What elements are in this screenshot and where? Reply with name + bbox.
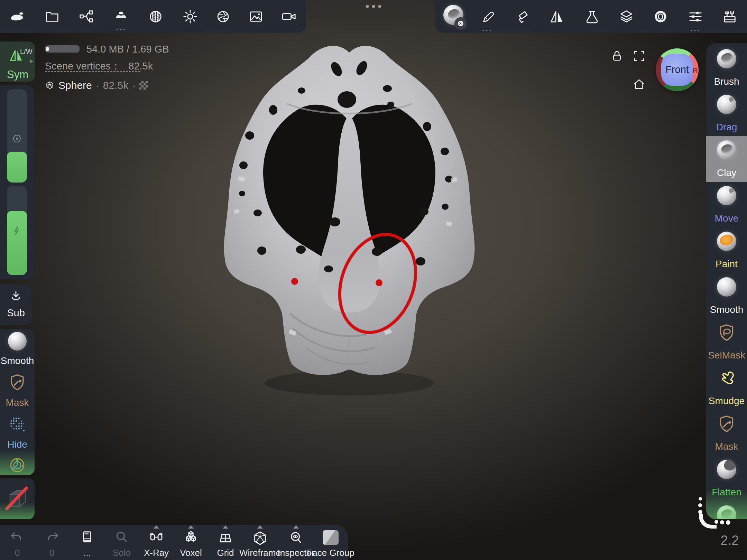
pen-more-dots[interactable]: ... (476, 26, 498, 29)
background-image-icon[interactable] (245, 6, 267, 28)
toolbox-icon[interactable] (719, 6, 741, 28)
strength-slider[interactable] (7, 186, 27, 275)
grid-button[interactable]: Grid (208, 525, 243, 560)
tool-mask[interactable]: Mask (706, 410, 747, 456)
checker-icon (139, 81, 148, 90)
settings-gear-icon[interactable] (649, 6, 672, 28)
postprocess-aperture-icon[interactable] (212, 6, 234, 28)
camera-icon[interactable] (278, 6, 300, 28)
material-sphere-icon[interactable] (145, 6, 167, 28)
separator-dashed (45, 71, 140, 72)
material-gear-badge-icon[interactable] (454, 17, 467, 30)
grid-icon (218, 530, 233, 546)
left-tool-hide[interactable]: Hide (0, 413, 35, 455)
app-version: 2.2 (716, 533, 744, 548)
history-button[interactable]: ... (70, 525, 104, 560)
shield-lasso-icon (717, 323, 736, 342)
paint-roller-icon[interactable] (511, 6, 533, 28)
radius-slider-fill (7, 152, 27, 183)
lighting-sun-icon[interactable] (179, 6, 201, 28)
view-gizmo-front-face[interactable]: Front (661, 54, 693, 86)
left-tool-mask[interactable]: Mask (0, 371, 35, 413)
shield-brush-icon (717, 414, 736, 433)
history-more: ... (83, 548, 91, 558)
settings-toolbar: ... ... (435, 0, 747, 33)
stroke-sliders-panel (0, 85, 34, 279)
display-toolbar: 0 0 ... Solo X-Ray (0, 525, 348, 560)
subdivide-arrow-icon (8, 289, 24, 305)
redo-icon (44, 530, 60, 545)
xray-button[interactable]: X-Ray (139, 525, 174, 560)
face-group-swatch-icon (323, 530, 339, 545)
symmetry-plane-label: L/W (20, 48, 33, 56)
strength-lightning-icon (11, 225, 23, 236)
inspector-expand-arrow[interactable] (293, 525, 299, 529)
wireframe-expand-arrow[interactable] (257, 525, 263, 529)
memory-bar (45, 45, 80, 53)
fullscreen-icon[interactable] (628, 45, 650, 67)
grid-expand-arrow[interactable] (223, 525, 228, 529)
wireframe-button[interactable]: Wireframe (243, 525, 277, 560)
symmetry-toggle[interactable]: L/W ▶ Sym (0, 41, 35, 82)
tool-clay[interactable]: Clay (706, 136, 747, 182)
memory-bar-fill (46, 47, 49, 51)
tool-brush[interactable]: Brush (706, 45, 747, 91)
home-view-icon[interactable] (628, 73, 650, 95)
wireframe-sphere-icon (45, 81, 55, 90)
left-tool-shortcuts-panel: Smooth Mask Hide (0, 329, 35, 475)
solo-magnifier-icon (114, 530, 130, 545)
active-material-sphere[interactable] (443, 5, 465, 27)
tool-move[interactable]: Move (706, 182, 747, 227)
wireframe-cube-tile[interactable] (0, 478, 35, 519)
left-tool-smooth[interactable]: Smooth (0, 329, 35, 371)
strength-slider-fill (7, 211, 27, 275)
tool-drag[interactable]: Drag (706, 91, 747, 136)
view-gizmo-right-label: R (693, 66, 698, 75)
lock-view-icon[interactable] (606, 45, 628, 67)
multires-more-dots[interactable]: ... (110, 25, 132, 28)
viewport-menu-dots-icon[interactable]: ••• (360, 0, 389, 12)
voxel-expand-arrow[interactable] (188, 525, 194, 529)
left-panel-active-fade (0, 451, 35, 475)
radius-target-icon (12, 133, 22, 144)
file-toolbar: ... (0, 0, 306, 33)
voxel-button[interactable]: Voxel (174, 525, 208, 560)
nomad-logo-icon[interactable] (6, 6, 28, 28)
object-row[interactable]: Sphere · 82.5k · (45, 79, 148, 92)
view-gizmo-ball[interactable]: Front R (656, 48, 699, 91)
tool-smooth[interactable]: Smooth (706, 273, 747, 319)
xray-expand-arrow[interactable] (154, 525, 159, 529)
shield-brush-icon (8, 373, 27, 392)
sub-label: Sub (0, 307, 32, 319)
object-name: Sphere (58, 80, 92, 91)
sub-divide-button[interactable]: Sub (0, 284, 32, 325)
redo-button[interactable]: 0 (35, 525, 69, 560)
symmetry-mirror-icon[interactable] (546, 6, 568, 28)
lab-flask-icon[interactable] (581, 6, 603, 28)
inspector-eye-magnifier-icon (288, 530, 304, 546)
redo-count: 0 (49, 548, 54, 558)
face-group-button[interactable]: Face Group (313, 525, 348, 560)
smudge-hand-icon (717, 368, 736, 388)
undo-button[interactable]: 0 (0, 525, 35, 560)
symmetry-expand-arrow[interactable]: ▶ (30, 58, 34, 64)
layers-icon[interactable] (615, 6, 637, 28)
cube-tile-active-fade (0, 503, 35, 519)
xray-glasses-icon (148, 530, 165, 547)
symmetry-label: Sym (0, 68, 35, 81)
solo-button[interactable]: Solo (104, 525, 139, 560)
history-book-icon (79, 530, 95, 545)
sliders-more-dots[interactable]: ... (684, 26, 707, 29)
tool-selmask[interactable]: SelMask (706, 319, 747, 364)
memory-label: 54.0 MB / 1.69 GB (86, 44, 169, 55)
sculpt-viewport[interactable]: ••• 54.0 MB / 1.69 GB Scene vertices： 82… (0, 0, 747, 560)
tool-paint[interactable]: Paint (706, 227, 747, 273)
radius-slider[interactable] (7, 89, 27, 183)
tool-smudge[interactable]: Smudge (706, 364, 747, 410)
undo-count: 0 (15, 548, 20, 558)
open-folder-icon[interactable] (41, 6, 63, 28)
undo-icon (9, 530, 25, 545)
scene-graph-icon[interactable] (75, 6, 98, 28)
dotted-sphere-slash-icon (8, 415, 27, 434)
object-vertex-count: 82.5k (103, 80, 128, 91)
